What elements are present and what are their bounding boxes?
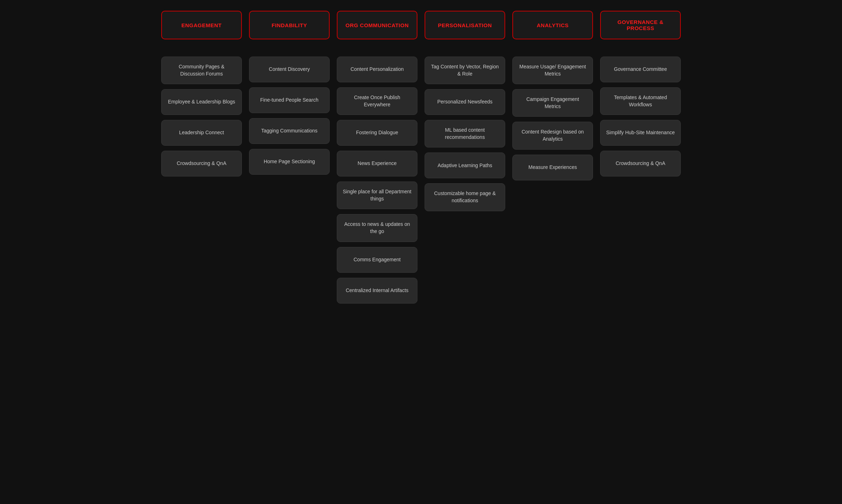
- item-analytics-0[interactable]: Measure Usage/ Engagement Metrics: [512, 57, 593, 84]
- item-personalisation-2[interactable]: ML based content recommendations: [425, 120, 505, 147]
- item-analytics-3[interactable]: Measure Experiences: [512, 155, 593, 180]
- item-governance-3[interactable]: Crowdsourcing & QnA: [600, 151, 681, 176]
- column-findability: FINDABILITYContent DiscoveryFine-tuned P…: [249, 11, 330, 304]
- item-findability-2[interactable]: Tagging Communications: [249, 118, 330, 144]
- header-findability: FINDABILITY: [249, 11, 330, 39]
- column-personalisation: PERSONALISATIONTag Content by Vector, Re…: [425, 11, 505, 304]
- spacer: [161, 44, 242, 52]
- item-findability-3[interactable]: Home Page Sectioning: [249, 149, 330, 175]
- item-engagement-2[interactable]: Leadership Connect: [161, 120, 242, 146]
- item-findability-1[interactable]: Fine-tuned People Search: [249, 87, 330, 113]
- item-personalisation-0[interactable]: Tag Content by Vector, Region & Role: [425, 57, 505, 84]
- item-findability-0[interactable]: Content Discovery: [249, 57, 330, 82]
- header-analytics: ANALYTICS: [512, 11, 593, 39]
- item-org-communication-1[interactable]: Create Once Publish Everywhere: [337, 87, 417, 115]
- spacer: [337, 44, 417, 52]
- item-governance-1[interactable]: Templates & Automated Workflows: [600, 87, 681, 115]
- column-analytics: ANALYTICSMeasure Usage/ Engagement Metri…: [512, 11, 593, 304]
- item-analytics-1[interactable]: Campaign Engagement Metrics: [512, 89, 593, 117]
- item-engagement-0[interactable]: Community Pages & Discussion Forums: [161, 57, 242, 84]
- spacer: [512, 44, 593, 52]
- spacer: [249, 44, 330, 52]
- item-org-communication-0[interactable]: Content Personalization: [337, 57, 417, 82]
- item-governance-2[interactable]: Simplify Hub-Site Maintenance: [600, 120, 681, 146]
- item-analytics-2[interactable]: Content Redesign based on Analytics: [512, 122, 593, 149]
- header-org-communication: ORG COMMUNICATION: [337, 11, 417, 39]
- item-personalisation-1[interactable]: Personalized Newsfeeds: [425, 89, 505, 115]
- spacer: [425, 44, 505, 52]
- column-engagement: ENGAGEMENTCommunity Pages & Discussion F…: [161, 11, 242, 304]
- column-governance: GOVERNANCE & PROCESSGovernance Committee…: [600, 11, 681, 304]
- spacer: [600, 44, 681, 52]
- item-org-communication-7[interactable]: Centralized Internal Artifacts: [337, 278, 417, 304]
- header-governance: GOVERNANCE & PROCESS: [600, 11, 681, 39]
- item-governance-0[interactable]: Governance Committee: [600, 57, 681, 82]
- main-grid: ENGAGEMENTCommunity Pages & Discussion F…: [161, 11, 681, 304]
- column-org-communication: ORG COMMUNICATIONContent Personalization…: [337, 11, 417, 304]
- item-engagement-1[interactable]: Employee & Leadership Blogs: [161, 89, 242, 115]
- item-org-communication-4[interactable]: Single place for all Department things: [337, 181, 417, 209]
- item-org-communication-2[interactable]: Fostering Dialogue: [337, 120, 417, 146]
- item-engagement-3[interactable]: Crowdsourcing & QnA: [161, 151, 242, 176]
- item-org-communication-3[interactable]: News Experience: [337, 151, 417, 176]
- header-engagement: ENGAGEMENT: [161, 11, 242, 39]
- item-personalisation-3[interactable]: Adaptive Learning Paths: [425, 152, 505, 178]
- item-org-communication-5[interactable]: Access to news & updates on the go: [337, 214, 417, 242]
- item-personalisation-4[interactable]: Customizable home page & notifications: [425, 183, 505, 211]
- item-org-communication-6[interactable]: Comms Engagement: [337, 247, 417, 273]
- header-personalisation: PERSONALISATION: [425, 11, 505, 39]
